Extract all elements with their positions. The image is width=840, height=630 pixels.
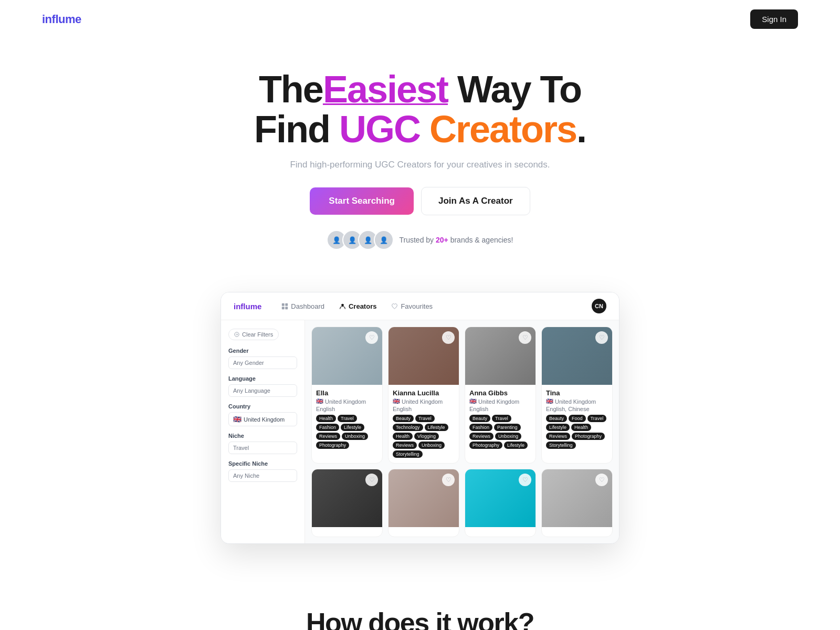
nav-logo: influme (42, 13, 81, 26)
creators-grid: ♡Ella🇬🇧 United KingdomEnglishHealthTrave… (311, 327, 613, 537)
niche-filter-label: Niche (228, 433, 297, 439)
svg-rect-3 (286, 307, 288, 309)
card-body: Kianna Lucilla🇬🇧 United KingdomEnglishBe… (388, 385, 459, 463)
tag: Lifestyle (504, 442, 528, 449)
svg-rect-1 (286, 303, 288, 306)
creator-country: 🇬🇧 United Kingdom (469, 398, 531, 405)
language-select[interactable]: Any Language (228, 384, 297, 397)
clear-filters-label: Clear Filters (242, 331, 273, 338)
creator-tags: BeautyTravelTechnologyLifestyleHealthVlo… (393, 415, 455, 458)
creator-card: ♡ (465, 469, 536, 537)
refresh-icon (234, 332, 239, 337)
tag: Lifestyle (425, 424, 448, 431)
tag: Technology (393, 424, 423, 431)
card-body (542, 527, 612, 537)
tag: Health (393, 433, 413, 440)
trusted-count: 20+ (436, 236, 448, 244)
flag-icon: 🇬🇧 (393, 398, 400, 405)
tag: Travel (587, 415, 607, 422)
app-navbar: influme Dashboard Creators Favourites CN (221, 292, 619, 320)
favourite-button[interactable]: ♡ (442, 331, 455, 344)
tag: Storytelling (393, 450, 423, 458)
language-filter: Language Any Language (228, 375, 297, 397)
hero-subtitle: Find high-performing UGC Creators for yo… (10, 160, 830, 170)
tag: Photography (572, 433, 605, 440)
gender-select[interactable]: Any Gender (228, 356, 297, 369)
favourite-button[interactable]: ♡ (365, 331, 378, 344)
card-body: Ella🇬🇧 United KingdomEnglishHealthTravel… (312, 385, 382, 454)
country-filter-label: Country (228, 403, 297, 410)
creator-country: 🇬🇧 United Kingdom (393, 398, 455, 405)
app-sidebar: Clear Filters Gender Any Gender Language… (221, 320, 305, 543)
tag: Health (571, 424, 591, 431)
country-text: United Kingdom (402, 398, 443, 405)
trusted-label: Trusted by (399, 236, 434, 244)
favourite-button[interactable]: ♡ (519, 474, 531, 486)
favourite-button[interactable]: ♡ (595, 331, 608, 344)
navbar: influme Sign In (0, 0, 840, 38)
tag: Beauty (546, 415, 567, 422)
card-body: Tina🇬🇧 United KingdomEnglish, ChineseBea… (542, 385, 612, 454)
tag: Beauty (393, 415, 414, 422)
tag: Fashion (316, 424, 339, 431)
card-body (388, 527, 459, 537)
hero-section: TheEasiest Way To Find UGC Creators. Fin… (0, 38, 840, 271)
creator-country: 🇬🇧 United Kingdom (546, 398, 608, 405)
tag: Travel (338, 415, 357, 422)
tag: Photography (469, 442, 502, 449)
app-nav-creators[interactable]: Creators (339, 302, 376, 310)
user-avatar[interactable]: CN (592, 299, 606, 313)
hero-title-easiest: Easiest (323, 68, 448, 110)
card-body: Anna Gibbs🇬🇧 United KingdomEnglishBeauty… (465, 385, 536, 454)
tag: Photography (316, 442, 349, 449)
specific-niche-filter: Specific Niche Any Niche (228, 460, 297, 482)
app-nav-creators-label: Creators (349, 302, 376, 310)
country-filter: Country 🇬🇧 United Kingdom (228, 403, 297, 426)
uk-flag-icon: 🇬🇧 (233, 415, 242, 423)
app-nav-dashboard[interactable]: Dashboard (281, 302, 324, 310)
favourite-button[interactable]: ♡ (365, 474, 378, 486)
start-searching-button[interactable]: Start Searching (310, 187, 414, 215)
country-text: United Kingdom (325, 398, 366, 405)
tag: Lifestyle (546, 424, 570, 431)
creator-card: ♡Ella🇬🇧 United KingdomEnglishHealthTrave… (311, 327, 383, 464)
country-filter-value[interactable]: 🇬🇧 United Kingdom (228, 412, 297, 426)
creator-name: Tina (546, 389, 608, 397)
specific-niche-select[interactable]: Any Niche (228, 469, 297, 482)
creator-tags: HealthTravelFashionLifestyleReviewsUnbox… (316, 415, 378, 449)
creator-language: English (316, 406, 378, 412)
app-nav-favourites-label: Favourites (401, 302, 433, 310)
trusted-text: Trusted by 20+ brands & agencies! (399, 236, 513, 244)
app-main: ♡Ella🇬🇧 United KingdomEnglishHealthTrave… (305, 320, 619, 543)
app-body: Clear Filters Gender Any Gender Language… (221, 320, 619, 543)
creator-language: English (393, 406, 455, 412)
tag: Lifestyle (341, 424, 364, 431)
hero-title-find: Find (254, 108, 339, 150)
tag: Travel (492, 415, 511, 422)
favourite-button[interactable]: ♡ (595, 474, 608, 486)
favourite-button[interactable]: ♡ (519, 331, 531, 344)
clear-filters-button[interactable]: Clear Filters (228, 329, 279, 340)
hero-title-ugc: UGC (339, 108, 429, 150)
niche-select[interactable]: Travel (228, 442, 297, 454)
tag: Travel (415, 415, 435, 422)
tag: Reviews (546, 433, 570, 440)
hero-buttons: Start Searching Join As A Creator (10, 187, 830, 215)
niche-filter: Niche Travel (228, 433, 297, 454)
tag: Food (569, 415, 586, 422)
join-as-creator-button[interactable]: Join As A Creator (421, 187, 530, 215)
specific-niche-label: Specific Niche (228, 460, 297, 467)
favourite-button[interactable]: ♡ (442, 474, 455, 486)
hero-title-wayto: Way To (448, 68, 581, 110)
creator-name: Ella (316, 389, 378, 397)
card-body (312, 527, 382, 537)
hero-title-the: The (259, 68, 323, 110)
sign-in-button[interactable]: Sign In (750, 9, 798, 29)
svg-rect-0 (282, 303, 285, 306)
flag-icon: 🇬🇧 (316, 398, 323, 405)
tag: Unboxing (342, 433, 368, 440)
app-nav-favourites[interactable]: Favourites (391, 302, 433, 310)
creator-language: English (469, 406, 531, 412)
creator-card: ♡ (541, 469, 613, 537)
tag: Storytelling (546, 442, 576, 449)
